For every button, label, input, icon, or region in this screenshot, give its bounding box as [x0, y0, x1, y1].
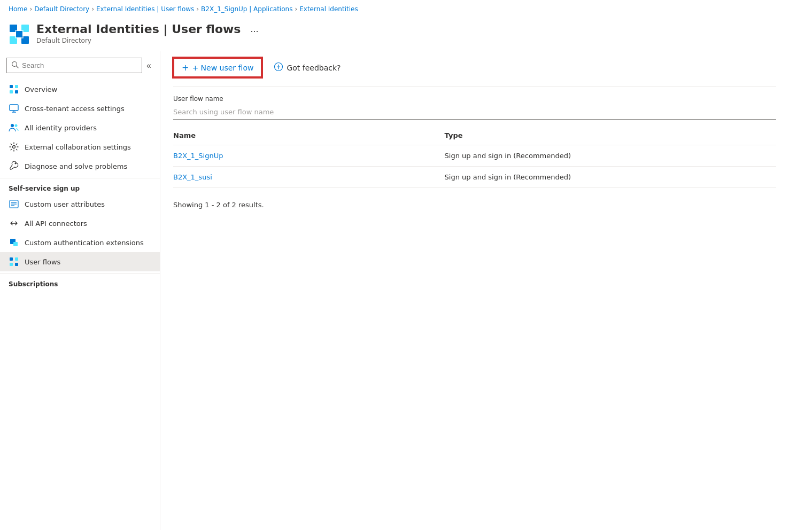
userflows-icon — [9, 256, 19, 267]
sidebar-item-collab-settings-label: External collaboration settings — [25, 143, 131, 151]
grid-icon — [9, 84, 19, 95]
svg-rect-26 — [10, 263, 13, 266]
breadcrumb-sep-4: › — [295, 5, 297, 13]
filter-area: User flow name — [173, 95, 776, 120]
breadcrumb-sep-3: › — [196, 5, 199, 13]
svg-point-16 — [15, 124, 18, 127]
svg-rect-23 — [13, 242, 18, 246]
new-user-flow-button[interactable]: + + New user flow — [173, 58, 262, 77]
sidebar-item-overview[interactable]: Overview — [0, 80, 160, 99]
svg-point-29 — [278, 65, 279, 66]
section-subscriptions: Subscriptions — [0, 273, 160, 290]
sidebar-item-diagnose[interactable]: Diagnose and solve problems — [0, 157, 160, 176]
table-row-name-link[interactable]: B2X_1_SignUp — [173, 152, 223, 160]
table-row: B2X_1_susiSign up and sign in (Recommend… — [173, 167, 776, 188]
monitor-icon — [9, 103, 19, 114]
feedback-button[interactable]: Got feedback? — [266, 58, 348, 77]
breadcrumb-default-dir[interactable]: Default Directory — [34, 5, 89, 13]
page-header: External Identities | User flows ... Def… — [0, 18, 789, 51]
svg-line-7 — [17, 66, 19, 68]
main-layout: « Overview Cross-ten — [0, 51, 789, 530]
search-input[interactable] — [22, 61, 137, 69]
table-cell-name: B2X_1_susi — [173, 167, 445, 188]
collapse-button[interactable]: « — [142, 59, 156, 73]
svg-rect-9 — [15, 85, 18, 88]
table-cell-type: Sign up and sign in (Recommended) — [445, 167, 776, 188]
table-row: B2X_1_SignUpSign up and sign in (Recomme… — [173, 145, 776, 167]
table-row-name-link[interactable]: B2X_1_susi — [173, 173, 212, 181]
sidebar-item-cross-tenant-label: Cross-tenant access settings — [25, 105, 125, 113]
plus-icon: + — [182, 62, 189, 73]
sidebar-item-custom-attrs-label: Custom user attributes — [25, 200, 105, 208]
breadcrumb-home[interactable]: Home — [9, 5, 27, 13]
toolbar: + + New user flow Got feedback? — [173, 51, 776, 86]
breadcrumb-ext-identities[interactable]: External Identities | User flows — [96, 5, 194, 13]
breadcrumb-sep-2: › — [91, 5, 94, 13]
sidebar-item-api-connectors[interactable]: All API connectors — [0, 214, 160, 233]
page-subtitle: Default Directory — [36, 37, 258, 44]
svg-rect-25 — [15, 257, 18, 261]
people-icon — [9, 122, 19, 133]
toolbar-divider — [173, 86, 776, 87]
feedback-label: Got feedback? — [287, 64, 341, 72]
svg-rect-27 — [15, 263, 18, 266]
svg-rect-24 — [10, 257, 13, 261]
breadcrumb-sep-1: › — [29, 5, 32, 13]
sidebar-item-auth-extensions[interactable]: Custom authentication extensions — [0, 233, 160, 252]
sidebar-item-user-flows-label: User flows — [25, 258, 60, 266]
search-box — [6, 58, 142, 73]
sidebar-item-auth-extensions-label: Custom authentication extensions — [25, 239, 144, 247]
sidebar: « Overview Cross-ten — [0, 51, 160, 530]
svg-rect-12 — [10, 105, 18, 111]
page-header-text: External Identities | User flows ... Def… — [36, 22, 258, 44]
gear-icon — [9, 142, 19, 152]
sidebar-item-api-connectors-label: All API connectors — [25, 220, 87, 228]
svg-rect-10 — [10, 90, 13, 93]
filter-label: User flow name — [173, 95, 776, 103]
breadcrumb: Home › Default Directory › External Iden… — [0, 0, 789, 18]
page-title: External Identities | User flows — [36, 22, 241, 36]
sidebar-item-collab-settings[interactable]: External collaboration settings — [0, 137, 160, 157]
svg-rect-8 — [10, 85, 13, 88]
filter-input[interactable] — [173, 105, 776, 120]
main-content: + + New user flow Got feedback? User f — [160, 51, 789, 530]
svg-point-15 — [11, 124, 14, 127]
results-text: Showing 1 - 2 of 2 results. — [173, 197, 776, 213]
wrench-icon — [9, 161, 19, 171]
new-user-flow-label: + New user flow — [192, 64, 253, 72]
section-self-service: Self-service sign up — [0, 178, 160, 194]
sidebar-item-identity-providers-label: All identity providers — [25, 124, 97, 132]
list-icon — [9, 199, 19, 209]
sidebar-item-custom-attrs[interactable]: Custom user attributes — [0, 194, 160, 214]
arrows-icon — [9, 218, 19, 229]
svg-point-17 — [13, 146, 16, 148]
auth-icon — [9, 237, 19, 248]
table-cell-type: Sign up and sign in (Recommended) — [445, 145, 776, 167]
breadcrumb-b2x-apps[interactable]: B2X_1_SignUp | Applications — [201, 5, 292, 13]
search-icon — [11, 61, 19, 70]
col-name: Name — [173, 126, 445, 145]
table-cell-name: B2X_1_SignUp — [173, 145, 445, 167]
sidebar-item-user-flows[interactable]: User flows — [0, 252, 160, 271]
feedback-icon — [274, 62, 283, 73]
sidebar-item-diagnose-label: Diagnose and solve problems — [25, 162, 127, 170]
sidebar-item-overview-label: Overview — [25, 85, 57, 93]
col-type: Type — [445, 126, 776, 145]
svg-rect-11 — [15, 90, 18, 93]
svg-rect-5 — [16, 31, 22, 37]
data-table: Name Type B2X_1_SignUpSign up and sign i… — [173, 126, 776, 188]
sidebar-item-identity-providers[interactable]: All identity providers — [0, 118, 160, 137]
search-row: « — [6, 58, 156, 73]
sidebar-item-cross-tenant[interactable]: Cross-tenant access settings — [0, 99, 160, 118]
breadcrumb-current: External Identities — [299, 5, 358, 13]
ellipsis-button[interactable]: ... — [250, 24, 258, 35]
page-header-icon — [9, 24, 30, 45]
